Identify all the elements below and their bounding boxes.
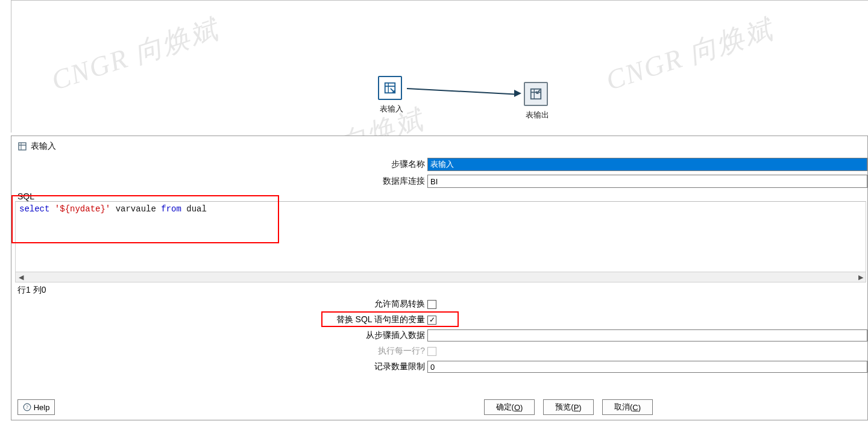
row-limit-label: 记录数量限制 <box>11 361 427 372</box>
dialog-title-text: 表输入 <box>31 141 56 152</box>
insert-from-step-label: 从步骤插入数据 <box>11 330 427 341</box>
svg-rect-6 <box>19 143 26 150</box>
cancel-button[interactable]: 取消(C) <box>602 399 653 415</box>
table-input-dialog: 表输入 步骤名称 数据库连接 SQL select '${nydate}' va… <box>11 136 868 420</box>
ok-button[interactable]: 确定(O) <box>484 399 535 415</box>
node-table-output-label: 表输出 <box>501 110 573 120</box>
allow-lazy-checkbox[interactable] <box>427 300 436 309</box>
help-button[interactable]: ? Help <box>17 399 55 415</box>
db-connection-input[interactable] <box>427 175 867 188</box>
dialog-title: 表输入 <box>11 136 867 155</box>
allow-lazy-label: 允许简易转换 <box>11 299 427 310</box>
sql-section-label: SQL <box>11 188 867 201</box>
replace-vars-checkbox[interactable]: ✓ <box>427 316 436 325</box>
node-table-output[interactable]: 表输出 <box>524 82 548 106</box>
sql-editor[interactable]: select '${nydate}' varvaule from dual <box>15 201 866 272</box>
exec-each-row-label: 执行每一行? <box>11 346 427 357</box>
scroll-left-icon[interactable]: ◀ <box>16 272 26 282</box>
node-table-input[interactable]: 表输入 <box>378 76 402 100</box>
sql-horizontal-scrollbar[interactable]: ◀ ▶ <box>15 272 866 282</box>
node-table-input-label: 表输入 <box>355 104 427 114</box>
replace-vars-label: 替换 SQL 语句里的变量 <box>11 314 427 325</box>
exec-each-row-checkbox <box>427 347 436 356</box>
preview-button[interactable]: 预览(P) <box>543 399 594 415</box>
hop-arrow[interactable] <box>407 88 515 95</box>
help-button-label: Help <box>34 403 50 412</box>
table-output-icon <box>529 87 542 101</box>
hop-arrow-head <box>514 90 521 97</box>
db-connection-label: 数据库连接 <box>11 176 427 187</box>
insert-from-step-combo[interactable] <box>427 329 867 341</box>
scroll-right-icon[interactable]: ▶ <box>855 272 866 282</box>
step-name-label: 步骤名称 <box>11 159 427 170</box>
row-limit-input[interactable] <box>427 361 867 373</box>
help-icon: ? <box>23 403 31 411</box>
step-name-input[interactable] <box>427 158 867 171</box>
transformation-canvas[interactable]: 表输入 表输出 <box>11 0 868 133</box>
cursor-position: 行1 列0 <box>11 282 867 296</box>
table-input-icon <box>17 142 27 151</box>
table-input-icon <box>383 81 397 95</box>
svg-text:?: ? <box>26 405 28 410</box>
